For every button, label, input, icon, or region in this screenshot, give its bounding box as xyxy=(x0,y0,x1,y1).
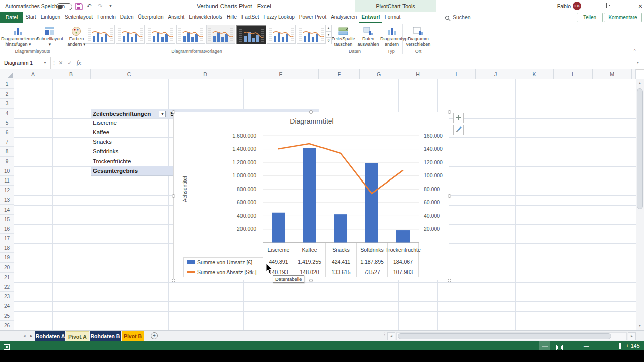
sheet-tab-rohdaten-b[interactable]: Rohdaten B xyxy=(90,331,121,341)
column-header-A[interactable]: A xyxy=(14,69,52,79)
gallery-up-icon[interactable]: ▲ xyxy=(325,25,332,31)
save-icon[interactable] xyxy=(75,3,83,12)
select-data-button[interactable]: Daten auswählen xyxy=(356,24,380,47)
column-header-partial[interactable] xyxy=(632,69,636,79)
row-header-24[interactable]: 24 xyxy=(0,301,14,311)
row-header-10[interactable]: 10 xyxy=(0,166,14,176)
cell-C10[interactable]: Gesamtergebnis xyxy=(91,166,173,176)
undo-icon[interactable]: ↶ xyxy=(87,0,92,12)
column-header-D[interactable]: D xyxy=(168,69,243,79)
gallery-down-icon[interactable]: ▼ xyxy=(325,31,332,38)
vscroll-down-icon[interactable]: ▼ xyxy=(637,323,643,329)
tab--berpr-fen[interactable]: Überprüfen xyxy=(136,12,166,23)
normal-view-icon[interactable] xyxy=(539,341,550,350)
column-header-J[interactable]: J xyxy=(476,69,515,79)
row-header-6[interactable]: 6 xyxy=(0,128,14,137)
ribbon-display-options-icon[interactable] xyxy=(604,0,615,12)
chart-style-thumbnail-6[interactable] xyxy=(236,25,266,44)
zoom-out-icon[interactable]: — xyxy=(584,341,589,350)
pivot-chart[interactable]: Diagrammtitel 1.600.000160.0001.400.0001… xyxy=(173,112,449,280)
chart-elements-button[interactable] xyxy=(453,113,464,123)
chart-style-thumbnail-3[interactable] xyxy=(146,25,175,44)
column-header-I[interactable]: I xyxy=(437,69,476,79)
column-header-F[interactable]: F xyxy=(319,69,360,79)
select-all-corner[interactable] xyxy=(0,69,14,79)
cell-C7[interactable]: Snacks xyxy=(91,137,168,147)
chart-style-thumbnail-7[interactable] xyxy=(267,25,296,44)
row-header-11[interactable]: 11 xyxy=(0,176,14,186)
tab-analysieren[interactable]: Analysieren xyxy=(329,12,359,23)
formula-input[interactable] xyxy=(85,58,635,68)
row-header-19[interactable]: 19 xyxy=(0,253,14,262)
tab-format[interactable]: Format xyxy=(382,12,403,23)
move-chart-button[interactable]: Diagramm verschieben xyxy=(404,24,433,47)
chart-style-thumbnail-2[interactable] xyxy=(116,25,145,44)
tab-ansicht[interactable]: Ansicht xyxy=(166,12,187,23)
row-header-3[interactable]: 3 xyxy=(0,99,14,108)
chart-style-thumbnail-1[interactable] xyxy=(86,25,115,44)
tab-factset[interactable]: FactSet xyxy=(239,12,261,23)
switch-row-column-button[interactable]: Zeile/Spalte tauschen xyxy=(330,24,356,47)
tab-fuzzy-lookup[interactable]: Fuzzy Lookup xyxy=(261,12,297,23)
zoom-in-icon[interactable]: + xyxy=(626,341,629,350)
row-header-26[interactable]: 26 xyxy=(0,321,14,330)
row-header-16[interactable]: 16 xyxy=(0,224,14,234)
tab-daten[interactable]: Daten xyxy=(118,12,136,23)
chart-selection-handle[interactable] xyxy=(448,194,451,198)
search-label[interactable]: Suchen xyxy=(453,12,471,23)
row-header-18[interactable]: 18 xyxy=(0,243,14,253)
tab-entwicklertools[interactable]: Entwicklertools xyxy=(187,12,225,23)
search-icon[interactable] xyxy=(445,14,451,23)
row-header-1[interactable]: 1 xyxy=(0,79,14,89)
cell-C9[interactable]: Trockenfrüchte xyxy=(91,157,168,166)
chart-selection-handle[interactable] xyxy=(448,110,451,114)
change-colors-button[interactable]: Farben ändern ▾ xyxy=(66,24,87,47)
tab-einf-gen[interactable]: Einfügen xyxy=(38,12,62,23)
avatar[interactable]: FB xyxy=(573,2,581,10)
minimize-button[interactable]: — xyxy=(617,0,628,12)
chart-styles-brush-button[interactable] xyxy=(453,125,464,135)
chart-selection-handle[interactable] xyxy=(448,279,451,282)
chart-selection-handle[interactable] xyxy=(172,110,175,114)
tab-seitenlayout[interactable]: Seitenlayout xyxy=(63,12,95,23)
row-labels-filter-button[interactable]: ▼ xyxy=(159,111,166,117)
vscroll-thumb[interactable] xyxy=(637,88,643,209)
change-chart-type-button[interactable]: Diagrammtyp ändern xyxy=(380,24,404,47)
row-header-14[interactable]: 14 xyxy=(0,205,14,215)
row-header-5[interactable]: 5 xyxy=(0,118,14,128)
hscroll-left-icon[interactable]: ◂ xyxy=(387,332,395,340)
column-header-B[interactable]: B xyxy=(52,69,91,79)
chart-title[interactable]: Diagrammtitel xyxy=(174,117,450,125)
sheet-nav-left-icon[interactable]: ◂ xyxy=(23,331,26,341)
redo-icon[interactable]: ↷ xyxy=(98,0,103,12)
column-header-K[interactable]: K xyxy=(515,69,554,79)
row-header-9[interactable]: 9 xyxy=(0,157,14,166)
row-header-23[interactable]: 23 xyxy=(0,292,14,301)
row-header-12[interactable]: 12 xyxy=(0,186,14,195)
vscroll-up-icon[interactable]: ▲ xyxy=(637,80,643,86)
cell-C5[interactable]: Eiscreme xyxy=(91,118,168,128)
row-header-20[interactable]: 20 xyxy=(0,263,14,273)
cell-C4[interactable]: Zeilenbeschriftungen▼ xyxy=(91,109,168,118)
column-header-H[interactable]: H xyxy=(398,69,437,79)
column-header-G[interactable]: G xyxy=(360,69,398,79)
chart-style-thumbnail-4[interactable] xyxy=(176,25,205,44)
tab-splitter[interactable]: ⋮ xyxy=(382,332,387,337)
sheet-nav-right-icon[interactable]: ▸ xyxy=(30,331,33,341)
row-header-8[interactable]: 8 xyxy=(0,147,14,156)
column-header-M[interactable]: M xyxy=(593,69,632,79)
row-header-4[interactable]: 4 xyxy=(0,109,14,118)
close-button[interactable]: ✕ xyxy=(637,0,644,12)
zoom-slider-thumb[interactable] xyxy=(619,343,621,349)
row-header-15[interactable]: 15 xyxy=(0,215,14,224)
column-header-C[interactable]: C xyxy=(91,69,168,79)
add-chart-element-button[interactable]: Diagrammelement hinzufügen ▾ xyxy=(1,24,35,47)
insert-function-icon[interactable]: fx xyxy=(74,57,84,69)
share-button[interactable]: Teilen xyxy=(577,13,603,22)
tab-hilfe[interactable]: Hilfe xyxy=(225,12,239,23)
hscroll-track[interactable] xyxy=(396,332,627,340)
hscroll-right-icon[interactable]: ▸ xyxy=(628,332,636,340)
chart-style-thumbnail-5[interactable] xyxy=(206,25,235,44)
cell-C8[interactable]: Softdrinks xyxy=(91,147,168,156)
chart-selection-handle[interactable] xyxy=(172,194,175,198)
